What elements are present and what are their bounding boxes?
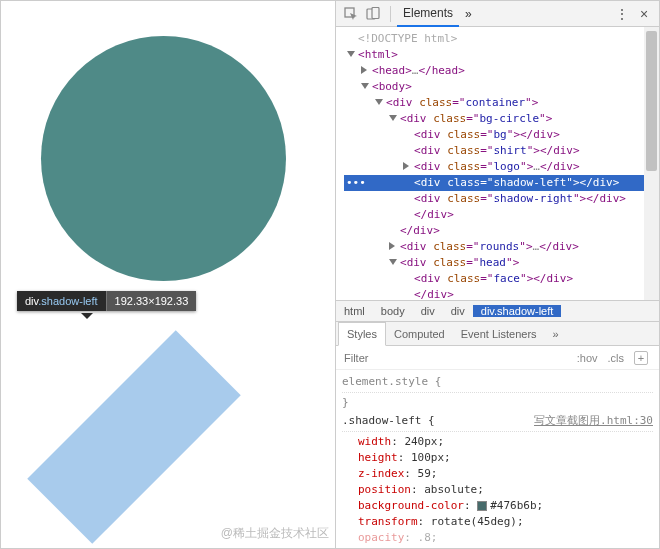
disclosure-triangle-icon[interactable] xyxy=(361,66,367,74)
dom-tree[interactable]: <!DOCTYPE html><html><head>…</head><body… xyxy=(336,27,659,300)
styles-pane: Styles Computed Event Listeners » :hov .… xyxy=(336,322,659,548)
crumb-item[interactable]: div xyxy=(443,305,473,317)
rule-source-link[interactable]: 写文章截图用.html:30 xyxy=(534,413,653,429)
scrollbar-vertical[interactable] xyxy=(644,27,659,300)
disclosure-triangle-icon[interactable] xyxy=(347,51,355,57)
hov-toggle[interactable]: :hov xyxy=(577,352,598,364)
disclosure-triangle-icon[interactable] xyxy=(403,162,409,170)
page-viewport: div.shadow-left 192.33×192.33 @稀土掘金技术社区 xyxy=(1,1,336,548)
disclosure-triangle-icon[interactable] xyxy=(361,83,369,89)
tab-styles-more[interactable]: » xyxy=(545,322,567,346)
style-rules[interactable]: element.style { } .shadow-left {写文章截图用.h… xyxy=(336,370,659,548)
tooltip-tag: div xyxy=(25,295,38,307)
dom-row[interactable]: <div class="logo">…</div> xyxy=(344,159,659,175)
dom-row[interactable]: </div> xyxy=(344,223,659,239)
breadcrumb[interactable]: htmlbodydivdivdiv.shadow-left xyxy=(336,300,659,322)
dom-row[interactable]: <div class="bg-circle"> xyxy=(344,111,659,127)
tab-elements[interactable]: Elements xyxy=(397,1,459,27)
svg-rect-2 xyxy=(372,7,379,18)
close-icon[interactable]: × xyxy=(635,5,653,23)
crumb-item[interactable]: body xyxy=(373,305,413,317)
dom-row[interactable]: •••<div class="shadow-left"></div> xyxy=(344,175,659,191)
inspect-icon[interactable] xyxy=(342,5,360,23)
tooltip-arrow xyxy=(81,313,93,319)
dom-row[interactable]: <body> xyxy=(344,79,659,95)
crumb-item[interactable]: div.shadow-left xyxy=(473,305,562,317)
disclosure-triangle-icon[interactable] xyxy=(375,99,383,105)
element-tooltip: div.shadow-left 192.33×192.33 xyxy=(17,291,196,311)
tooltip-class: .shadow-left xyxy=(38,295,97,307)
tooltip-size: 192.33×192.33 xyxy=(106,291,197,311)
dom-row[interactable]: <div class="head"> xyxy=(344,255,659,271)
disclosure-triangle-icon[interactable] xyxy=(389,242,395,250)
dom-row[interactable]: <html> xyxy=(344,47,659,63)
dom-row[interactable]: <div class="shirt"></div> xyxy=(344,143,659,159)
styles-filter-bar: :hov .cls + xyxy=(336,346,659,370)
watermark: @稀土掘金技术社区 xyxy=(221,525,329,542)
disclosure-triangle-icon[interactable] xyxy=(389,259,397,265)
kebab-icon[interactable]: ⋮ xyxy=(613,5,631,23)
devtools-toolbar: Elements » ⋮ × xyxy=(336,1,659,27)
tab-eventlisteners[interactable]: Event Listeners xyxy=(453,322,545,346)
shadow-left-shape xyxy=(27,330,241,544)
dom-row[interactable]: </div> xyxy=(344,287,659,300)
disclosure-triangle-icon[interactable] xyxy=(389,115,397,121)
crumb-item[interactable]: div xyxy=(413,305,443,317)
dom-row[interactable]: <div class="rounds">…</div> xyxy=(344,239,659,255)
dom-row[interactable]: <div class="shadow-right"></div> xyxy=(344,191,659,207)
styles-filter-input[interactable] xyxy=(342,351,572,365)
dom-row[interactable]: <div class="bg"></div> xyxy=(344,127,659,143)
devtools-panel: Elements » ⋮ × <!DOCTYPE html><html><hea… xyxy=(336,1,659,548)
tab-computed[interactable]: Computed xyxy=(386,322,453,346)
tab-more[interactable]: » xyxy=(459,1,478,27)
dom-row[interactable]: <div class="container"> xyxy=(344,95,659,111)
dom-row[interactable]: <!DOCTYPE html> xyxy=(344,31,659,47)
dom-row[interactable]: <head>…</head> xyxy=(344,63,659,79)
crumb-item[interactable]: html xyxy=(336,305,373,317)
bg-circle-shape xyxy=(41,36,286,281)
styles-tabs: Styles Computed Event Listeners » xyxy=(336,322,659,346)
device-icon[interactable] xyxy=(364,5,382,23)
cls-toggle[interactable]: .cls xyxy=(608,352,625,364)
dom-row[interactable]: </div> xyxy=(344,207,659,223)
dom-row[interactable]: <div class="face"></div> xyxy=(344,271,659,287)
tab-styles[interactable]: Styles xyxy=(338,322,386,346)
new-rule-button[interactable]: + xyxy=(634,351,648,365)
